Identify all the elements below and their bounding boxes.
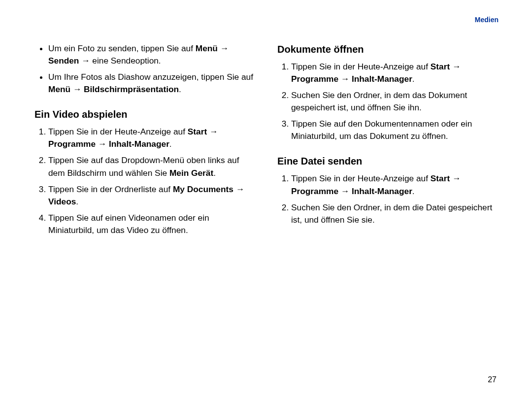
bold-text: Mein Gerät <box>169 168 213 178</box>
section-heading: Dokumente öffnen <box>277 42 498 57</box>
list-item: Tippen Sie auf den Dokumentennamen oder … <box>291 118 498 142</box>
text: . <box>76 197 78 206</box>
arrow-icon: → <box>341 186 349 196</box>
list-item: Tippen Sie auf das Dropdown-Menü oben li… <box>48 154 255 179</box>
bold-text: Start <box>431 62 450 71</box>
list-item: Um ein Foto zu senden, tippen Sie auf Me… <box>48 42 255 67</box>
manual-page: Medien Um ein Foto zu senden, tippen Sie… <box>0 0 532 399</box>
bold-text: Programme <box>291 74 338 84</box>
list-item: Tippen Sie in der Heute-Anzeige auf Star… <box>291 61 498 85</box>
numbered-list: Tippen Sie in der Heute-Anzeige auf Star… <box>277 61 498 142</box>
bold-text: Menü <box>48 84 70 94</box>
numbered-list: Tippen Sie in der Heute-Anzeige auf Star… <box>277 172 498 226</box>
list-item: Tippen Sie in der Heute-Anzeige auf Star… <box>48 126 255 150</box>
text: Tippen Sie auf einen Videonamen oder ein… <box>48 213 209 235</box>
text: . <box>213 168 216 178</box>
bold-text: My Documents <box>173 184 233 194</box>
text: Tippen Sie auf den Dokumentennamen oder … <box>291 119 472 141</box>
list-item: Tippen Sie in der Ordnerliste auf My Doc… <box>48 183 255 208</box>
arrow-icon: → <box>452 173 461 183</box>
text: eine Sendeoption. <box>92 56 161 66</box>
bold-text: Senden <box>48 56 79 66</box>
text: Tippen Sie in der Ordnerliste auf <box>48 184 173 194</box>
arrow-icon: → <box>73 84 81 94</box>
list-item: Suchen Sie den Ordner, in dem das Dokume… <box>291 89 498 114</box>
text: Um ein Foto zu senden, tippen Sie auf <box>48 43 196 53</box>
list-item: Um Ihre Fotos als Diashow anzuzeigen, ti… <box>48 71 255 96</box>
text: Tippen Sie in der Heute-Anzeige auf <box>291 62 431 71</box>
text: . <box>412 74 415 84</box>
list-item: Tippen Sie auf einen Videonamen oder ein… <box>48 212 255 236</box>
bold-text: Inhalt-Manager <box>352 186 412 196</box>
two-column-layout: Um ein Foto zu senden, tippen Sie auf Me… <box>34 42 498 243</box>
list-item: Tippen Sie in der Heute-Anzeige auf Star… <box>291 172 498 197</box>
text: Tippen Sie in der Heute-Anzeige auf <box>291 173 431 183</box>
bold-text: Bildschirmpräsentation <box>84 84 179 94</box>
arrow-icon: → <box>98 139 106 149</box>
bullet-list: Um ein Foto zu senden, tippen Sie auf Me… <box>34 42 255 96</box>
arrow-icon: → <box>236 184 244 194</box>
bold-text: Start <box>431 173 450 183</box>
text: Suchen Sie den Ordner, in dem die Datei … <box>291 202 492 225</box>
right-column: Dokumente öffnen Tippen Sie in der Heute… <box>277 42 498 243</box>
section-heading: Ein Video abspielen <box>34 107 255 122</box>
numbered-list: Tippen Sie in der Heute-Anzeige auf Star… <box>34 126 255 236</box>
arrow-icon: → <box>81 56 90 66</box>
text: . <box>412 186 415 196</box>
text: Suchen Sie den Ordner, in dem das Dokume… <box>291 90 467 112</box>
left-column: Um ein Foto zu senden, tippen Sie auf Me… <box>34 42 255 243</box>
arrow-icon: → <box>452 62 461 71</box>
arrow-icon: → <box>220 43 229 53</box>
text: . <box>169 139 172 149</box>
bold-text: Programme <box>48 139 96 149</box>
page-number: 27 <box>488 375 497 384</box>
bold-text: Menü <box>196 43 218 53</box>
bold-text: Programme <box>291 186 338 196</box>
text: . <box>179 84 181 94</box>
bold-text: Start <box>188 127 207 136</box>
text: Um Ihre Fotos als Diashow anzuzeigen, ti… <box>48 72 253 82</box>
arrow-icon: → <box>209 127 218 136</box>
bold-text: Inhalt-Manager <box>109 139 169 149</box>
list-item: Suchen Sie den Ordner, in dem die Datei … <box>291 201 498 226</box>
bold-text: Videos <box>48 197 76 206</box>
text: Tippen Sie in der Heute-Anzeige auf <box>48 127 188 136</box>
section-heading: Eine Datei senden <box>277 154 498 168</box>
bold-text: Inhalt-Manager <box>352 74 412 84</box>
header-section-label: Medien <box>475 16 499 24</box>
arrow-icon: → <box>341 74 349 84</box>
